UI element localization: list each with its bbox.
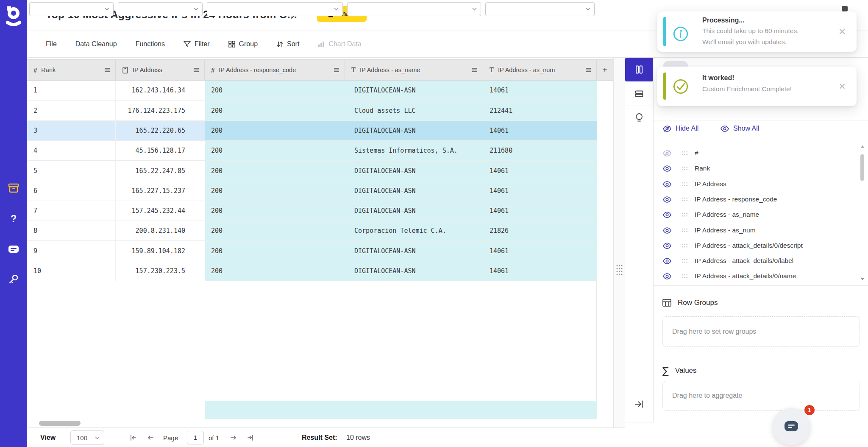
tab-ideas[interactable] [625,106,653,130]
cell[interactable]: 14061 [483,261,597,281]
add-column-button[interactable]: + [597,60,613,80]
cell[interactable]: 200 [205,241,345,261]
drag-handle-icon[interactable] [682,166,688,171]
column-header-rank[interactable]: #Rank [27,60,116,80]
table-row-7[interactable]: 7157.245.232.44200DIGITALOCEAN-ASN14061 [27,201,597,221]
menu-functions[interactable]: Functions [136,40,165,48]
drag-handle-icon[interactable] [682,259,688,263]
row-groups-dropzone[interactable]: Drag here to set row groups [662,316,860,347]
cell[interactable]: 211680 [483,141,597,160]
page-size-select[interactable]: 100 [70,430,104,445]
cell[interactable]: 8 [27,221,116,240]
filter-select-rank[interactable] [29,2,114,16]
archive-box-icon[interactable] [0,179,27,198]
cell[interactable]: Sistemas Informaticos, S.A. [345,141,483,160]
table-row-4[interactable]: 445.156.128.17200Sistemas Informaticos, … [27,141,597,161]
table-row-1[interactable]: 1162.243.146.34200DIGITALOCEAN-ASN14061 [27,81,597,101]
cell[interactable]: 212441 [483,101,597,120]
drag-handle-icon[interactable] [682,243,688,248]
menu-data-cleanup[interactable]: Data Cleanup [75,40,117,48]
toast-close-button[interactable]: ✕ [837,81,847,92]
cell[interactable]: 1 [27,81,116,100]
table-row-9[interactable]: 9159.89.104.182200DIGITALOCEAN-ASN14061 [27,241,597,261]
cell[interactable]: 14061 [483,161,597,181]
drag-handle-icon[interactable] [682,151,688,156]
cell[interactable]: 162.243.146.34 [116,81,205,100]
show-all-button[interactable]: Show All [721,122,759,135]
column-menu-icon[interactable] [193,67,199,73]
cell[interactable]: DIGITALOCEAN-ASN [345,241,483,261]
cell[interactable]: 14061 [483,181,597,201]
menu-filter[interactable]: Filter [184,40,210,48]
eye-icon[interactable] [663,273,671,279]
column-header-ip-address-as-num[interactable]: TIP Address - as_num [483,60,597,80]
first-page-button[interactable] [127,428,139,447]
cell[interactable]: 159.89.104.182 [116,241,205,261]
drag-handle-icon[interactable] [682,274,688,279]
filter-select-ip-address-as-name[interactable] [347,2,481,16]
cell[interactable]: 200 [205,141,345,160]
cell[interactable]: 2 [27,101,116,120]
eye-off-icon[interactable] [663,150,671,156]
cell[interactable]: 200 [205,101,345,120]
toast-close-button[interactable]: ✕ [837,27,847,37]
drag-handle-icon[interactable] [682,197,688,202]
filter-select-ip-address[interactable] [118,2,203,16]
cell[interactable]: DIGITALOCEAN-ASN [345,261,483,281]
cell[interactable]: 3 [27,121,116,140]
prev-page-button[interactable] [144,428,157,447]
column-menu-icon[interactable] [585,67,591,73]
table-row-10[interactable]: 10157.230.223.5200DIGITALOCEAN-ASN14061 [27,261,597,281]
cell[interactable]: 157.245.232.44 [116,201,205,221]
cell[interactable]: 14061 [483,241,597,261]
cell[interactable]: 200 [205,181,345,201]
column-menu-icon[interactable] [472,67,478,73]
eye-icon[interactable] [663,258,671,264]
column-header-ip-address-as-name[interactable]: TIP Address - as_name [345,60,483,80]
cell[interactable]: Cloud assets LLC [345,101,483,120]
cell[interactable]: 165.22.220.65 [116,121,205,140]
menu-file[interactable]: File [46,40,57,48]
page-number-input[interactable] [187,431,204,444]
eye-icon[interactable] [663,165,671,172]
cell[interactable]: 200 [205,121,345,140]
horizontal-scrollbar[interactable] [27,420,613,427]
eye-icon[interactable] [663,181,671,187]
drag-handle-icon[interactable] [682,212,688,217]
cell[interactable]: DIGITALOCEAN-ASN [345,81,483,100]
eye-icon[interactable] [663,196,671,203]
tab-columns[interactable] [625,58,653,82]
cell[interactable]: 200 [205,161,345,181]
last-page-button[interactable] [244,428,257,447]
cell[interactable]: 4 [27,141,116,160]
hide-all-button[interactable]: Hide All [663,122,698,135]
column-menu-icon[interactable] [104,67,110,73]
horizontal-scrollbar-thumb[interactable] [39,421,81,426]
cell[interactable]: 7 [27,201,116,221]
table-row-5[interactable]: 5165.22.247.85200DIGITALOCEAN-ASN14061 [27,161,597,181]
cell[interactable]: 9 [27,241,116,261]
filter-select-ip-address-as-num[interactable] [485,2,595,16]
cell[interactable]: 200 [205,261,345,281]
cell[interactable]: 14061 [483,121,597,140]
cell[interactable]: 5 [27,161,116,181]
cell[interactable]: 21826 [483,221,597,240]
cell[interactable]: DIGITALOCEAN-ASN [345,181,483,201]
cell[interactable]: 10 [27,261,116,281]
table-row-3[interactable]: 3165.22.220.65200DIGITALOCEAN-ASN14061 [27,121,597,141]
eye-icon[interactable] [663,243,671,249]
cell[interactable]: 200 [205,201,345,221]
chat-message-icon[interactable] [0,240,27,259]
cell[interactable]: 176.124.223.175 [116,101,205,120]
cell[interactable]: 200.8.231.140 [116,221,205,240]
table-row-6[interactable]: 6165.227.15.237200DIGITALOCEAN-ASN14061 [27,181,597,201]
table-row-2[interactable]: 2176.124.223.175200Cloud assets LLC21244… [27,101,597,121]
drag-handle-icon[interactable] [682,182,688,187]
cell[interactable]: 157.230.223.5 [116,261,205,281]
collapse-panel-button[interactable] [634,400,644,411]
cell[interactable]: Corporacion Telemic C.A. [345,221,483,240]
values-dropzone[interactable]: Drag here to aggregate [662,381,860,411]
cell[interactable]: 200 [205,221,345,240]
column-menu-icon[interactable] [334,67,339,73]
tab-rows[interactable] [625,82,653,106]
